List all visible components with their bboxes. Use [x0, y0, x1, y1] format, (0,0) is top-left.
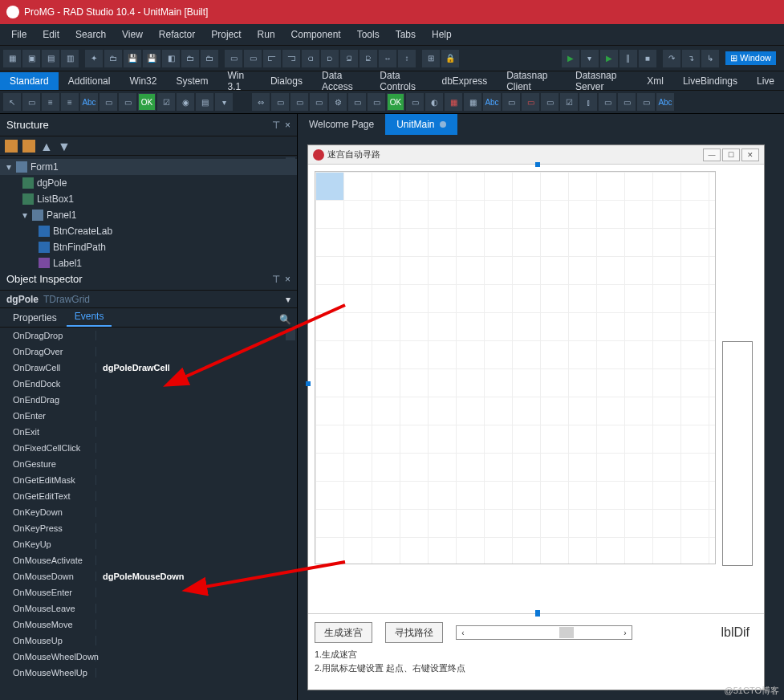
event-row[interactable]: OnDragOver	[0, 344, 297, 360]
platform-combo[interactable]: ⊞ Window	[730, 53, 771, 63]
btn-find-path[interactable]: 寻找路径	[385, 622, 443, 643]
comp-actionlist-icon[interactable]: ⚙	[329, 93, 347, 111]
menu-view[interactable]: View	[114, 26, 151, 43]
comp-applicationevents-icon[interactable]: Abc	[656, 93, 674, 111]
comp-stringgrid-icon[interactable]: ▦	[445, 93, 462, 111]
tab-properties[interactable]: Properties	[5, 309, 65, 327]
event-value[interactable]: dgPoleDrawCell	[96, 363, 170, 372]
tree-node-dgpole[interactable]: dgPole	[0, 175, 297, 191]
tool-form-icon[interactable]: ▭	[225, 50, 242, 67]
comp-edit-icon[interactable]: ▭	[100, 93, 117, 111]
listbox1[interactable]	[722, 341, 753, 566]
event-row[interactable]: OnEndDock	[0, 376, 297, 392]
scroll-left-icon[interactable]: ‹	[457, 626, 469, 639]
close-icon[interactable]: ×	[285, 120, 290, 131]
palette-tab-additional[interactable]: Additional	[59, 72, 120, 90]
tool-align-left-icon[interactable]: ⫍	[263, 50, 281, 67]
menu-run[interactable]: Run	[250, 26, 283, 43]
menu-tools[interactable]: Tools	[349, 26, 388, 43]
run-nodebug-icon[interactable]: ▶	[600, 50, 618, 67]
comp-bitbtn-icon[interactable]: OK	[387, 93, 404, 111]
palette-tab-xml[interactable]: Xml	[637, 72, 673, 90]
form-designer[interactable]: 迷宫自动寻路 — ☐ ✕	[298, 135, 784, 700]
comp-radiobutton-icon[interactable]: ◉	[177, 93, 194, 111]
comp-memo-icon[interactable]: ▭	[119, 93, 136, 111]
step-out-icon[interactable]: ↳	[701, 50, 719, 67]
palette-tab-standard[interactable]: Standard	[0, 72, 59, 90]
struct-scroll-icon[interactable]	[286, 157, 295, 169]
tab-events[interactable]: Events	[67, 307, 112, 327]
event-row[interactable]: OnKeyPress	[0, 520, 297, 536]
tree-node-listbox1[interactable]: ListBox1	[0, 191, 297, 207]
menu-edit[interactable]: Edit	[35, 26, 67, 43]
tree-node-label1[interactable]: Label1	[0, 255, 297, 268]
maximize-icon[interactable]: ☐	[722, 149, 740, 161]
tool-align-center-icon[interactable]: ⫎	[282, 50, 300, 67]
comp-splitter-icon[interactable]: ⫿	[579, 93, 597, 111]
tool-tabswitch-icon[interactable]: ◧	[162, 50, 180, 67]
tree-node-btncreatelab[interactable]: BtnCreateLab	[0, 223, 297, 239]
tool-align-bot-icon[interactable]: ⫒	[360, 50, 377, 67]
struct-expand-icon[interactable]	[5, 140, 18, 153]
scrollbar-control[interactable]: ‹ ›	[456, 625, 632, 640]
tool-lock-icon[interactable]: 🔒	[441, 50, 459, 67]
inspector-component-combo[interactable]: dgPoleTDrawGrid ▾	[0, 291, 297, 308]
menu-tabs[interactable]: Tabs	[388, 26, 424, 43]
search-icon[interactable]: 🔍	[278, 312, 292, 327]
comp-image-icon[interactable]: Abc	[483, 93, 501, 111]
comp-frame-icon[interactable]: ▭	[22, 93, 40, 111]
event-row[interactable]: OnMouseDowndgPoleMouseDown	[0, 568, 297, 584]
tree-node-form1[interactable]: ▾Form1	[0, 159, 297, 175]
comp-maskedit-icon[interactable]: ◐	[425, 93, 443, 111]
pin-icon[interactable]: ⊤	[272, 120, 280, 131]
tool-diskall-icon[interactable]: 💾	[143, 50, 160, 67]
tool-align-mid-icon[interactable]: ⫑	[340, 50, 358, 67]
design-form[interactable]: 迷宫自动寻路 — ☐ ✕	[307, 144, 765, 690]
struct-up-icon[interactable]: ▲	[40, 140, 53, 153]
struct-collapse-icon[interactable]	[22, 140, 35, 153]
tool-disk-icon[interactable]: 💾	[124, 50, 141, 67]
tree-node-btnfindpath[interactable]: BtnFindPath	[0, 239, 297, 255]
run-button-icon[interactable]: ▶	[562, 50, 579, 67]
resize-handle-icon[interactable]	[306, 381, 311, 386]
menu-search[interactable]: Search	[67, 26, 114, 43]
resize-handle-icon[interactable]	[535, 612, 540, 617]
event-row[interactable]: OnDragDrop	[0, 328, 297, 344]
comp-checklistbox-icon[interactable]: ☑	[560, 93, 578, 111]
tool-save-icon[interactable]: ▤	[42, 50, 59, 67]
tool-open-icon[interactable]: ▣	[22, 50, 40, 67]
event-row[interactable]: OnFixedCellClick	[0, 440, 297, 456]
stop-icon[interactable]: ■	[639, 50, 656, 67]
palette-tab-live[interactable]: Live	[747, 72, 784, 90]
close-icon[interactable]: ×	[285, 274, 290, 285]
comp-drawgrid-icon[interactable]: ▦	[464, 93, 481, 111]
comp-panel-icon[interactable]: ▭	[310, 93, 327, 111]
palette-tab-dialogs[interactable]: Dialogs	[261, 72, 312, 90]
event-row[interactable]: OnMouseWheelDown	[0, 649, 297, 665]
tool-grid-icon[interactable]: ⊞	[422, 50, 440, 67]
comp-bevel-icon[interactable]: ▭	[522, 93, 539, 111]
event-row[interactable]: OnMouseMove	[0, 617, 297, 633]
pause-icon[interactable]: ‖	[619, 50, 637, 67]
comp-linklabel-icon[interactable]: ▭	[618, 93, 636, 111]
event-row[interactable]: OnEndDrag	[0, 392, 297, 408]
comp-listbox-icon[interactable]: ▤	[196, 93, 213, 111]
tool-space-v-icon[interactable]: ↕	[398, 50, 416, 67]
comp-button-icon[interactable]: OK	[138, 93, 156, 111]
structure-tree[interactable]: ▾Form1 dgPole ListBox1 ▾Panel1 BtnCreate…	[0, 156, 297, 268]
comp-more1-icon[interactable]: ▭	[348, 93, 366, 111]
tool-removefolder-icon[interactable]: 🗀	[201, 50, 218, 67]
palette-tab-dataaccess[interactable]: Data Access	[312, 67, 370, 96]
comp-shape-icon[interactable]: ▭	[502, 93, 520, 111]
tool-align-right-icon[interactable]: ⫏	[302, 50, 319, 67]
btn-create-lab[interactable]: 生成迷宫	[315, 622, 372, 643]
comp-label-icon[interactable]: Abc	[80, 93, 98, 111]
event-row[interactable]: OnMouseWheelUp	[0, 665, 297, 681]
comp-popupmenu-icon[interactable]: ≡	[61, 93, 79, 111]
run-dropdown-icon[interactable]: ▾	[581, 50, 599, 67]
event-row[interactable]: OnGetEditText	[0, 488, 297, 504]
comp-checkbox-icon[interactable]: ☑	[157, 93, 175, 111]
scroll-right-icon[interactable]: ›	[619, 626, 632, 639]
scroll-thumb[interactable]	[559, 627, 574, 638]
grid-scroll-icon[interactable]	[286, 329, 295, 340]
